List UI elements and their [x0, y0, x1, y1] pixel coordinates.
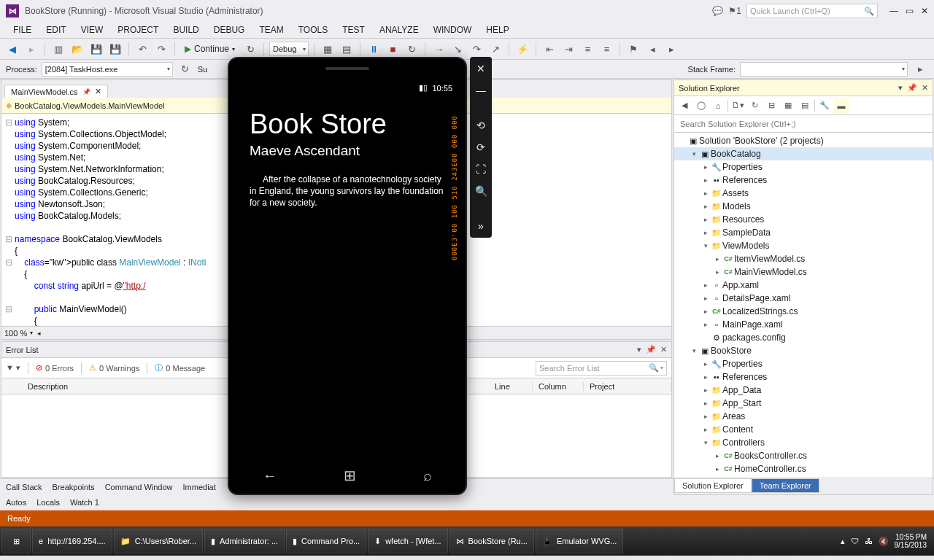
menu-project[interactable]: PROJECT: [110, 23, 166, 36]
new-project-button[interactable]: ▥: [50, 41, 66, 57]
se-refresh-button[interactable]: ↻: [747, 98, 762, 113]
se-view-button[interactable]: ▬: [834, 98, 849, 113]
tree-item[interactable]: ▸C# LocalizedStrings.cs: [674, 305, 933, 318]
show-next-button[interactable]: →: [431, 41, 447, 57]
emu-close-button[interactable]: ✕: [474, 61, 488, 76]
tool-tab[interactable]: Autos: [6, 498, 26, 507]
panel-dropdown-icon[interactable]: ▾: [637, 345, 641, 354]
tree-item[interactable]: ▸📁 Areas: [674, 410, 933, 423]
tree-item[interactable]: ▾▣ BookCatalog: [674, 147, 933, 160]
tray-network-icon[interactable]: 🖧: [865, 537, 873, 545]
se-sync-button[interactable]: 🗋▾: [730, 98, 745, 113]
menu-analyze[interactable]: ANALYZE: [372, 23, 426, 36]
redo-button[interactable]: ↷: [153, 41, 169, 57]
configuration-select[interactable]: Debug: [269, 42, 309, 56]
indent-more-button[interactable]: ⇥: [560, 41, 576, 57]
messages-filter[interactable]: ⓘ0 Message: [155, 362, 205, 373]
indent-less-button[interactable]: ⇤: [541, 41, 557, 57]
menu-team[interactable]: TEAM: [252, 23, 290, 36]
menu-test[interactable]: TEST: [335, 23, 372, 36]
se-forward-button[interactable]: ◯: [694, 98, 709, 113]
tree-item[interactable]: ▸🔧 Properties: [674, 160, 933, 174]
phone-search-button[interactable]: ⌕: [423, 467, 432, 484]
stack-refresh-icon[interactable]: ▸: [912, 61, 928, 77]
tree-item[interactable]: ▸C# BooksController.cs: [674, 449, 933, 462]
se-properties-button[interactable]: ▤: [798, 98, 812, 113]
tray-shield-icon[interactable]: 🛡: [851, 537, 859, 545]
taskbar-item[interactable]: ⬇wfetch - [Wfet...: [368, 529, 447, 553]
panel-dropdown-icon[interactable]: ▾: [898, 83, 903, 93]
side-tab[interactable]: Solution Explorer: [674, 478, 752, 493]
undo-button[interactable]: ↶: [134, 41, 150, 57]
phone-emulator[interactable]: ▮▯ 10:55 Book Store Maeve Ascendant Afte…: [228, 57, 467, 495]
process-refresh-icon[interactable]: ↻: [177, 61, 193, 77]
menu-build[interactable]: BUILD: [166, 23, 206, 36]
tree-item[interactable]: ▸📁 Models: [674, 200, 933, 213]
menu-edit[interactable]: EDIT: [39, 23, 73, 36]
notifications-flag-icon[interactable]: ⚑1: [729, 5, 741, 17]
maximize-button[interactable]: ▭: [906, 6, 914, 16]
tree-item[interactable]: ▸🔧 Properties: [674, 357, 933, 370]
properties-icon[interactable]: ▤: [339, 41, 355, 57]
menu-view[interactable]: VIEW: [74, 23, 111, 36]
phone-home-button[interactable]: ⊞: [344, 467, 356, 484]
phone-screen[interactable]: ▮▯ 10:55 Book Store Maeve Ascendant Afte…: [235, 80, 460, 457]
panel-pin-icon[interactable]: 📌: [907, 83, 917, 93]
taskbar-item[interactable]: ▮Administrator: ...: [204, 529, 285, 553]
tray-up-icon[interactable]: ▴: [841, 537, 845, 546]
document-tab[interactable]: MainViewModel.cs 📌 ✕: [4, 85, 108, 98]
stack-frame-select[interactable]: [740, 62, 908, 77]
tree-item[interactable]: ▸📁 Resources: [674, 213, 933, 226]
tree-item[interactable]: ▸📁 Content: [674, 423, 933, 436]
zoom-level[interactable]: 100 %: [4, 329, 27, 338]
se-back-button[interactable]: ◀: [677, 98, 692, 113]
toolbox-icon[interactable]: ▦: [320, 41, 336, 57]
tree-item[interactable]: ▸▫ App.xaml: [674, 279, 933, 292]
error-search-input[interactable]: Search Error List 🔍 ▾: [536, 361, 667, 376]
stop-button[interactable]: ■: [385, 41, 401, 57]
taskbar-item[interactable]: ⋈BookStore (Ru...: [449, 529, 534, 553]
minimize-button[interactable]: —: [889, 6, 898, 16]
refresh-button[interactable]: ↻: [242, 41, 258, 57]
pin-icon[interactable]: 📌: [82, 88, 90, 96]
step-over-button[interactable]: ↷: [468, 41, 485, 57]
continue-button[interactable]: ▶Continue▾: [180, 41, 239, 57]
tree-item[interactable]: ▸📁 SampleData: [674, 226, 933, 239]
menu-file[interactable]: FILE: [6, 23, 39, 36]
se-showall-button[interactable]: ▦: [781, 98, 795, 113]
tool-tab[interactable]: Locals: [36, 498, 60, 507]
tool-tab[interactable]: Immediat: [183, 483, 216, 491]
panel-close-icon[interactable]: ✕: [922, 83, 928, 93]
tool-tab[interactable]: Breakpoints: [53, 483, 95, 491]
taskbar-clock[interactable]: 10:55 PM 9/15/2013: [895, 533, 927, 549]
tree-item[interactable]: ▸📁 Assets: [674, 187, 933, 200]
taskbar-item[interactable]: 📁C:\Users\Rober...: [114, 529, 203, 553]
quick-launch-input[interactable]: Quick Launch (Ctrl+Q) 🔍: [746, 4, 878, 18]
nav-forward-button[interactable]: ▸: [23, 41, 39, 57]
emu-rotate-left-button[interactable]: ⟲: [474, 118, 488, 133]
prev-bookmark-button[interactable]: ◂: [644, 41, 660, 57]
emu-rotate-right-button[interactable]: ⟳: [474, 140, 488, 155]
tool-tab[interactable]: Command Window: [105, 483, 173, 491]
tree-item[interactable]: ▸▫ MainPage.xaml: [674, 318, 933, 331]
phone-back-button[interactable]: ←: [263, 467, 277, 484]
menu-window[interactable]: WINDOW: [426, 23, 479, 36]
restart-button[interactable]: ↻: [404, 41, 420, 57]
system-tray[interactable]: ▴ 🛡 🖧 🔇 10:55 PM 9/15/2013: [835, 533, 933, 549]
step-out-button[interactable]: ↗: [487, 41, 503, 57]
comment-button[interactable]: ≡: [579, 41, 595, 57]
save-all-button[interactable]: 💾: [107, 41, 123, 57]
taskbar-item[interactable]: ehttp://169.254....: [32, 529, 112, 553]
panel-close-icon[interactable]: ✕: [660, 345, 667, 354]
panel-pin-icon[interactable]: 📌: [646, 345, 656, 354]
tree-item[interactable]: ▸▪▪ References: [674, 370, 933, 384]
tray-volume-icon[interactable]: 🔇: [879, 537, 889, 546]
tree-item[interactable]: ▾▣ BookStore: [674, 344, 933, 357]
emu-tools-expand-button[interactable]: »: [474, 219, 488, 233]
tree-item[interactable]: ▸📁 App_Start: [674, 397, 933, 410]
solution-tree[interactable]: ▣ Solution 'BookStore' (2 projects)▾▣ Bo…: [674, 133, 933, 477]
tree-item[interactable]: ⚙ packages.config: [674, 331, 933, 344]
tree-item[interactable]: ▾📁 ViewModels: [674, 239, 933, 252]
close-button[interactable]: ✕: [921, 6, 928, 16]
emu-fit-button[interactable]: ⛶: [474, 162, 488, 176]
